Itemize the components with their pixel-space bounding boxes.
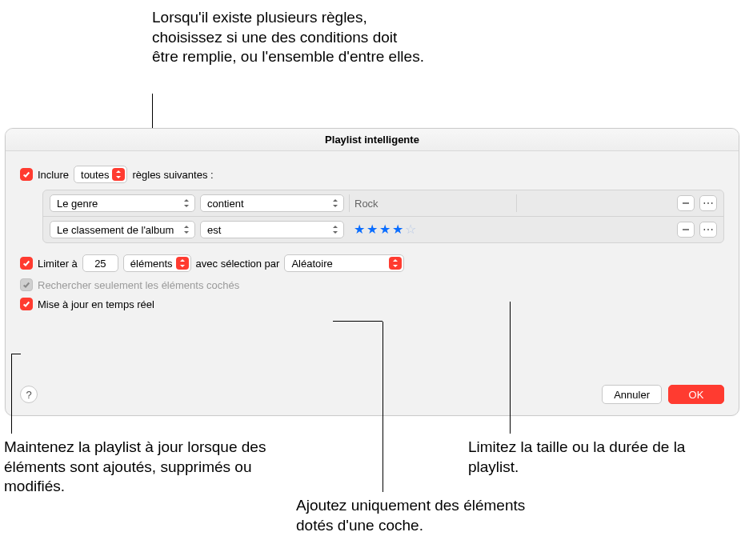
callout-only-checked: Ajoutez uniquement des éléments dotés d'… bbox=[296, 496, 552, 535]
rule-options-button[interactable]: ⋯ bbox=[699, 222, 717, 238]
limit-selection-label: avec sélection par bbox=[196, 258, 280, 270]
limit-count-input[interactable] bbox=[82, 254, 118, 272]
minus-icon bbox=[682, 199, 690, 207]
star-icon: ★ bbox=[392, 223, 403, 236]
limit-row: Limiter à éléments avec sélection par Al… bbox=[20, 254, 724, 272]
include-label-prefix: Inclure bbox=[38, 169, 69, 181]
include-label-suffix: règles suivantes : bbox=[132, 169, 213, 181]
popup-arrow-icon bbox=[329, 197, 342, 210]
rule-field-popup[interactable]: Le genre bbox=[50, 194, 195, 212]
only-checked-label: Rechercher seulement les éléments cochés bbox=[38, 279, 239, 291]
rule-value-input[interactable] bbox=[349, 194, 517, 212]
ok-button[interactable]: OK bbox=[668, 385, 724, 404]
popup-arrow-icon bbox=[112, 168, 125, 181]
limit-method-popup[interactable]: Aléatoire bbox=[284, 254, 404, 272]
limit-label: Limiter à bbox=[38, 258, 78, 270]
rule-row: Le genre contient ⋯ bbox=[43, 190, 723, 216]
remove-rule-button[interactable] bbox=[677, 195, 695, 211]
rule-options-button[interactable]: ⋯ bbox=[699, 195, 717, 211]
rule-row: Le classement de l'album est ★ ★ ★ ★ ☆ bbox=[43, 216, 723, 242]
live-update-row: Mise à jour en temps réel bbox=[20, 298, 724, 310]
rule-field-value: Le classement de l'album bbox=[57, 224, 174, 236]
popup-arrow-icon bbox=[176, 257, 189, 270]
rule-operator-value: contient bbox=[207, 198, 244, 210]
match-mode-value: toutes bbox=[81, 169, 109, 181]
callout-live-update: Maintenez la playlist à jour lorsque des… bbox=[4, 438, 284, 497]
star-icon: ★ bbox=[366, 223, 378, 236]
only-checked-row: Rechercher seulement les éléments cochés bbox=[20, 278, 724, 291]
match-row: Inclure toutes règles suivantes : bbox=[20, 166, 724, 183]
leader-line bbox=[11, 354, 21, 354]
include-checkbox[interactable] bbox=[20, 168, 33, 181]
rule-operator-popup[interactable]: contient bbox=[200, 194, 344, 212]
limit-unit-popup[interactable]: éléments bbox=[123, 254, 191, 272]
rule-field-value: Le genre bbox=[57, 198, 98, 210]
remove-rule-button[interactable] bbox=[677, 222, 695, 238]
rule-rating-value[interactable]: ★ ★ ★ ★ ☆ bbox=[349, 223, 421, 236]
star-icon: ★ bbox=[354, 223, 365, 236]
live-update-checkbox[interactable] bbox=[20, 298, 33, 310]
only-checked-checkbox bbox=[20, 278, 33, 291]
cancel-button[interactable]: Annuler bbox=[602, 385, 662, 404]
live-update-label: Mise à jour en temps réel bbox=[38, 298, 154, 310]
smart-playlist-dialog: Playlist intelligente Inclure toutes règ… bbox=[5, 128, 739, 416]
dialog-footer: ? Annuler OK bbox=[20, 385, 724, 404]
limit-checkbox[interactable] bbox=[20, 257, 33, 270]
rules-list: Le genre contient ⋯ Le classement bbox=[42, 190, 724, 243]
leader-line bbox=[333, 321, 383, 322]
leader-line bbox=[11, 354, 12, 434]
leader-line bbox=[510, 302, 511, 434]
minus-icon bbox=[682, 226, 690, 234]
limit-method-value: Aléatoire bbox=[291, 258, 332, 270]
rule-operator-popup[interactable]: est bbox=[200, 221, 344, 238]
popup-arrow-icon bbox=[389, 257, 402, 270]
star-icon: ☆ bbox=[405, 223, 416, 236]
ellipsis-icon: ⋯ bbox=[703, 198, 714, 209]
dialog-content: Inclure toutes règles suivantes : Le gen… bbox=[6, 151, 739, 310]
match-mode-popup[interactable]: toutes bbox=[74, 166, 127, 183]
callout-match-mode: Lorsqu'il existe plusieurs règles, chois… bbox=[152, 8, 424, 67]
popup-arrow-icon bbox=[329, 223, 342, 236]
callout-limit: Limitez la taille ou la durée de la play… bbox=[468, 438, 708, 477]
dialog-title: Playlist intelligente bbox=[6, 129, 739, 151]
popup-arrow-icon bbox=[180, 197, 193, 210]
leader-line bbox=[383, 322, 383, 492]
rule-field-popup[interactable]: Le classement de l'album bbox=[50, 221, 195, 238]
limit-unit-value: éléments bbox=[130, 258, 173, 270]
ellipsis-icon: ⋯ bbox=[703, 224, 714, 235]
help-button[interactable]: ? bbox=[20, 386, 38, 403]
popup-arrow-icon bbox=[180, 223, 193, 236]
star-icon: ★ bbox=[379, 223, 391, 236]
rule-operator-value: est bbox=[207, 224, 221, 236]
